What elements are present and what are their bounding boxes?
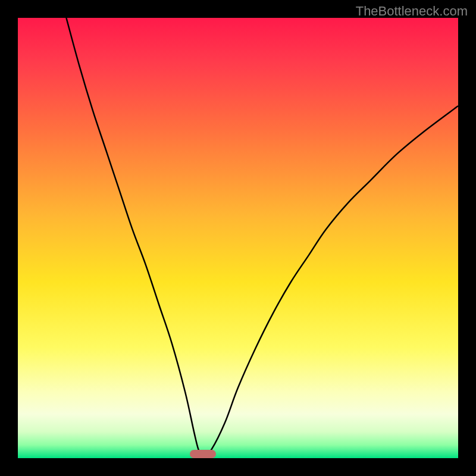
plot-svg bbox=[18, 18, 458, 458]
chart-frame: TheBottleneck.com bbox=[0, 0, 476, 476]
optimal-marker bbox=[190, 450, 216, 458]
plot-area bbox=[18, 18, 458, 458]
watermark-text: TheBottleneck.com bbox=[356, 4, 468, 19]
